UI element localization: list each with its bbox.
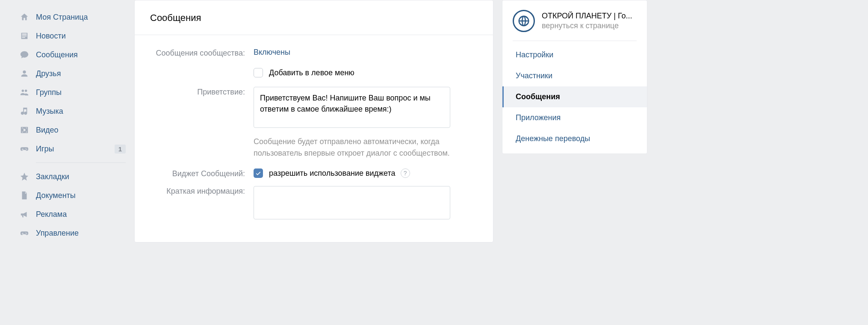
right-menu-members[interactable]: Участники	[502, 65, 647, 86]
nav-label: Группы	[36, 88, 126, 97]
short-info-textarea[interactable]	[254, 186, 450, 219]
document-icon	[20, 191, 36, 200]
nav-bookmarks[interactable]: Закладки	[17, 167, 128, 186]
news-icon	[20, 31, 36, 41]
group-header[interactable]: ОТКРОЙ ПЛАНЕТУ | Го... вернуться к стран…	[502, 0, 647, 41]
short-info-label: Краткая информация:	[150, 186, 254, 222]
row-short-info: Краткая информация:	[150, 186, 478, 222]
globe-icon	[513, 10, 535, 32]
page-title: Сообщения	[135, 0, 493, 35]
megaphone-icon	[20, 210, 36, 219]
widget-label: Виджет Сообщений:	[150, 168, 254, 178]
nav-label: Моя Страница	[36, 13, 126, 22]
widget-allow-label: разрешить использование виджета	[269, 169, 396, 178]
users-icon	[20, 88, 36, 97]
nav-news[interactable]: Новости	[17, 27, 128, 45]
nav-label: Друзья	[36, 69, 126, 78]
right-sidebar: ОТКРОЙ ПЛАНЕТУ | Го... вернуться к стран…	[502, 0, 647, 154]
add-to-left-menu-row: Добавить в левое меню	[254, 68, 478, 77]
nav-label: Видео	[36, 126, 126, 135]
nav-label: Документы	[36, 191, 126, 200]
community-messages-label: Сообщения сообщества:	[150, 48, 254, 77]
nav-documents[interactable]: Документы	[17, 186, 128, 205]
row-widget: Виджет Сообщений: разрешить использовани…	[150, 168, 478, 178]
right-menu-apps[interactable]: Приложения	[502, 107, 647, 128]
nav-games[interactable]: Игры 1	[17, 139, 128, 158]
video-icon	[20, 125, 36, 135]
right-menu-settings[interactable]: Настройки	[502, 44, 647, 65]
right-menu: Настройки Участники Сообщения Приложения…	[502, 41, 647, 149]
greeting-label: Приветствие:	[150, 87, 254, 159]
nav-manage[interactable]: Управление	[17, 224, 128, 242]
greeting-hint: Сообщение будет отправлено автоматически…	[254, 136, 450, 159]
nav-badge: 1	[115, 145, 126, 154]
home-icon	[20, 12, 36, 22]
settings-form: Сообщения сообщества: Включены Добавить …	[135, 35, 493, 222]
left-sidebar: Моя Страница Новости Сообщения Друзья Гр…	[17, 0, 128, 242]
greeting-textarea[interactable]	[254, 87, 450, 128]
music-icon	[20, 106, 36, 116]
widget-allow-checkbox[interactable]	[254, 168, 263, 178]
nav-my-page[interactable]: Моя Страница	[17, 8, 128, 27]
nav-label: Управление	[36, 229, 126, 238]
right-menu-messages[interactable]: Сообщения	[502, 86, 647, 107]
community-messages-status[interactable]: Включены	[254, 48, 290, 56]
row-greeting: Приветствие: Сообщение будет отправлено …	[150, 87, 478, 159]
nav-label: Музыка	[36, 107, 126, 116]
nav-label: Игры	[36, 145, 115, 154]
add-to-left-menu-label: Добавить в левое меню	[269, 68, 354, 77]
chat-icon	[20, 50, 36, 59]
group-subtitle: вернуться к странице	[542, 21, 632, 30]
star-icon	[20, 172, 36, 181]
nav-label: Реклама	[36, 210, 126, 219]
main-panel: Сообщения Сообщения сообщества: Включены…	[134, 0, 493, 242]
nav-label: Закладки	[36, 172, 126, 181]
group-title: ОТКРОЙ ПЛАНЕТУ | Го...	[542, 12, 632, 21]
user-icon	[20, 69, 36, 78]
gamepad-icon	[20, 144, 36, 154]
nav-groups[interactable]: Группы	[17, 83, 128, 102]
add-to-left-menu-checkbox[interactable]	[254, 68, 263, 77]
gamepad-icon	[20, 228, 36, 238]
nav-label: Сообщения	[36, 50, 126, 59]
nav-video[interactable]: Видео	[17, 121, 128, 139]
nav-ads[interactable]: Реклама	[17, 205, 128, 224]
row-community-messages: Сообщения сообщества: Включены Добавить …	[150, 48, 478, 77]
nav-messages[interactable]: Сообщения	[17, 45, 128, 64]
right-menu-payments[interactable]: Денежные переводы	[502, 128, 647, 149]
nav-music[interactable]: Музыка	[17, 102, 128, 121]
help-icon[interactable]: ?	[401, 168, 410, 178]
nav-label: Новости	[36, 32, 126, 41]
nav-friends[interactable]: Друзья	[17, 64, 128, 83]
nav-divider	[36, 162, 126, 163]
